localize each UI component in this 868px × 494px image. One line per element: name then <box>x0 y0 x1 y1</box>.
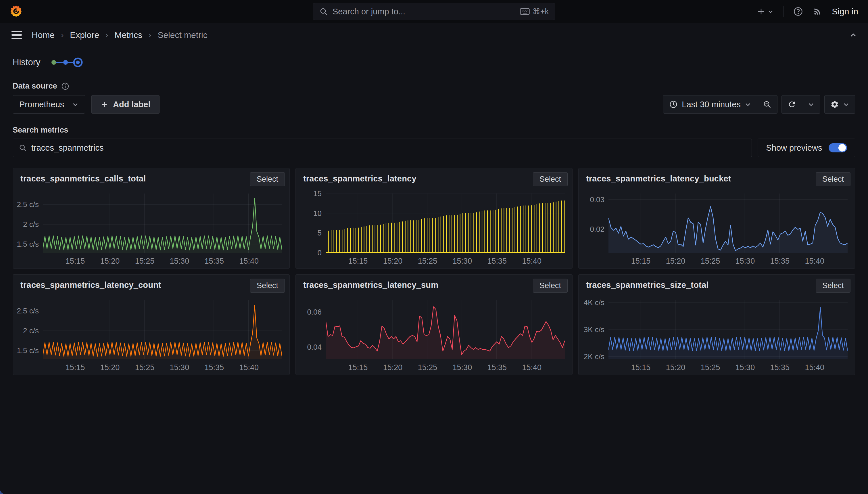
zoom-out-button[interactable] <box>757 95 777 113</box>
refresh-button[interactable] <box>782 95 802 113</box>
metric-panel-latency_count: traces_spanmetrics_latency_countSelect2.… <box>13 274 290 375</box>
y-axis-tick-label: 2K c/s <box>578 352 605 361</box>
metric-panel-title: traces_spanmetrics_calls_total <box>20 174 146 184</box>
x-axis-tick-label: 15:35 <box>764 363 795 372</box>
chart-plot-area <box>43 300 282 359</box>
x-axis-tick-label: 15:15 <box>342 257 374 266</box>
breadcrumb-bar: Home › Explore › Metrics › Select metric <box>0 23 868 47</box>
metric-panel-title: traces_spanmetrics_latency_count <box>20 280 161 290</box>
y-axis-tick-label: 4K c/s <box>578 298 605 307</box>
y-axis-tick-label: 2.5 c/s <box>13 306 39 315</box>
settings-button[interactable] <box>825 95 855 113</box>
x-axis-tick-label: 15:25 <box>129 363 160 372</box>
toggle-knob <box>839 144 846 152</box>
history-label: History <box>13 57 40 68</box>
x-axis-tick-label: 15:35 <box>198 257 230 266</box>
metric-panel-title: traces_spanmetrics_size_total <box>586 280 709 290</box>
time-range-label: Last 30 minutes <box>682 100 741 109</box>
controls-row: Prometheus Add label Last 30 minutes <box>13 95 855 114</box>
refresh-interval-button[interactable] <box>802 95 820 113</box>
metric-select-button[interactable]: Select <box>250 279 285 293</box>
show-previews-control: Show previews <box>757 138 855 157</box>
search-metrics-row: Show previews <box>13 138 855 157</box>
help-icon <box>793 6 803 16</box>
collapse-header-button[interactable] <box>849 31 857 39</box>
add-label-button[interactable]: Add label <box>92 95 159 114</box>
metric-panel-latency: traces_spanmetrics_latencySelect15105015… <box>295 168 573 269</box>
metric-panel-title: traces_spanmetrics_latency <box>303 174 416 184</box>
sign-in-button[interactable]: Sign in <box>832 6 858 16</box>
x-axis-tick-label: 15:15 <box>625 363 657 372</box>
x-axis-tick-label: 15:20 <box>94 363 126 372</box>
x-axis-tick-label: 15:15 <box>59 257 91 266</box>
chevron-down-icon <box>768 8 773 14</box>
y-axis-tick-label: 1.5 c/s <box>13 346 39 355</box>
y-axis-tick-label: 15 <box>296 189 322 198</box>
breadcrumb-separator: › <box>61 31 63 40</box>
breadcrumb-separator: › <box>105 31 108 40</box>
chart-plot-area <box>326 193 565 253</box>
shortcut-text: ⌘+k <box>533 7 549 16</box>
metric-panel-calls_total: traces_spanmetrics_calls_totalSelect2.5 … <box>13 168 290 269</box>
chart-plot-area <box>43 193 282 253</box>
refresh-group <box>782 95 820 114</box>
show-previews-label: Show previews <box>766 143 822 153</box>
info-icon[interactable] <box>61 82 69 90</box>
y-axis-tick-label: 0.02 <box>578 225 605 233</box>
metric-select-button[interactable]: Select <box>533 279 568 293</box>
grafana-logo-icon[interactable] <box>10 5 22 18</box>
x-axis-tick-label: 15:40 <box>516 363 548 372</box>
help-button[interactable] <box>793 6 803 16</box>
metric-select-button[interactable]: Select <box>250 172 285 186</box>
y-axis-tick-label: 0 <box>296 248 322 257</box>
x-axis-tick-label: 15:30 <box>163 257 195 266</box>
search-icon <box>319 7 328 16</box>
metric-panel-title: traces_spanmetrics_latency_bucket <box>586 174 731 184</box>
breadcrumb-current: Select metric <box>158 30 207 40</box>
x-axis-tick-label: 15:20 <box>660 363 692 372</box>
news-button[interactable] <box>813 7 822 16</box>
chart-plot-area <box>326 300 565 359</box>
x-axis-tick-label: 15:35 <box>481 257 513 266</box>
y-axis-tick-label: 3K c/s <box>578 325 605 334</box>
new-menu-button[interactable] <box>757 7 773 16</box>
metrics-search-input[interactable] <box>31 143 746 153</box>
chevron-up-icon <box>849 31 857 39</box>
grafana-app: Search or jump to... ⌘+k <box>0 0 868 494</box>
history-trail-icon[interactable] <box>51 56 83 69</box>
time-controls: Last 30 minutes <box>663 95 855 114</box>
menu-toggle-icon[interactable] <box>11 29 23 41</box>
x-axis-tick-label: 15:25 <box>129 257 160 266</box>
x-axis-tick-label: 15:40 <box>799 363 830 372</box>
chevron-down-icon <box>72 101 78 108</box>
y-axis-tick-label: 10 <box>296 209 322 218</box>
x-axis-tick-label: 15:40 <box>233 257 265 266</box>
metric-panel-latency_sum: traces_spanmetrics_latency_sumSelect0.06… <box>295 274 573 375</box>
x-axis-tick-label: 15:20 <box>94 257 126 266</box>
x-axis-tick-label: 15:20 <box>377 363 409 372</box>
y-axis-tick-label: 2 c/s <box>13 326 39 335</box>
x-axis-tick-label: 15:35 <box>764 257 795 266</box>
breadcrumb-metrics[interactable]: Metrics <box>114 30 142 40</box>
chevron-down-icon <box>808 101 814 108</box>
breadcrumb-home[interactable]: Home <box>32 30 55 40</box>
show-previews-toggle[interactable] <box>829 143 847 152</box>
x-axis-tick-label: 15:30 <box>446 363 478 372</box>
metric-select-button[interactable]: Select <box>816 172 850 186</box>
top-bar: Search or jump to... ⌘+k <box>0 0 868 23</box>
gear-icon <box>830 100 839 109</box>
datasource-label-row: Data source <box>13 82 855 91</box>
metric-select-button[interactable]: Select <box>533 172 568 186</box>
metric-panel-latency_bucket: traces_spanmetrics_latency_bucketSelect0… <box>578 168 855 269</box>
time-range-picker[interactable]: Last 30 minutes <box>663 95 757 113</box>
x-axis-tick-label: 15:20 <box>660 257 692 266</box>
breadcrumb-explore[interactable]: Explore <box>70 30 99 40</box>
metric-select-button[interactable]: Select <box>816 279 850 293</box>
global-search-box[interactable]: Search or jump to... ⌘+k <box>313 3 555 20</box>
x-axis-tick-label: 15:25 <box>694 363 726 372</box>
breadcrumb: Home › Explore › Metrics › Select metric <box>32 30 208 40</box>
x-axis-tick-label: 15:40 <box>233 363 265 372</box>
x-axis-tick-label: 15:15 <box>625 257 657 266</box>
metric-panel-title: traces_spanmetrics_latency_sum <box>303 280 438 290</box>
datasource-picker[interactable]: Prometheus <box>13 95 85 114</box>
